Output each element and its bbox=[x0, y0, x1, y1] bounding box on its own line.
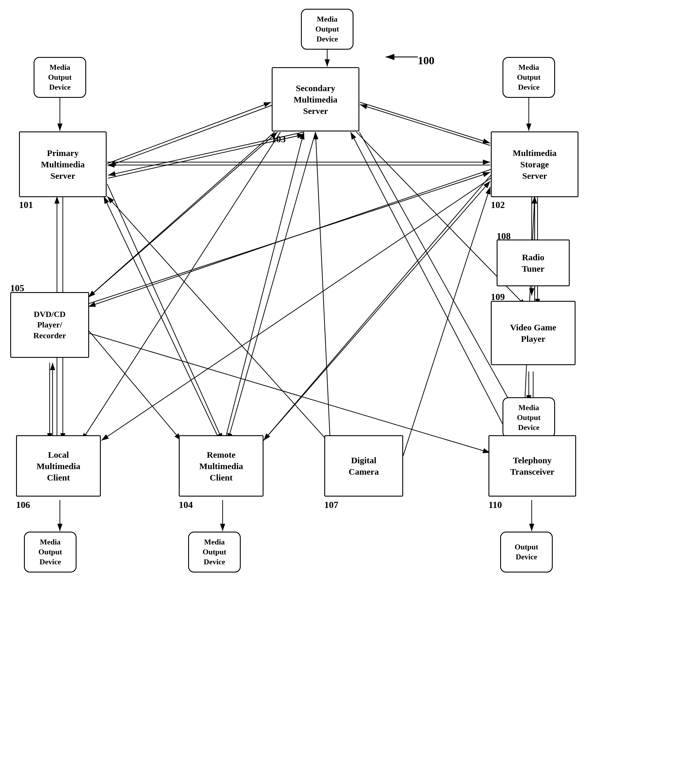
remote-multimedia-client: RemoteMultimediaClient bbox=[179, 435, 264, 497]
svg-line-39 bbox=[104, 196, 220, 440]
svg-line-31 bbox=[264, 175, 491, 440]
label-106: 106 bbox=[16, 499, 30, 510]
svg-line-5 bbox=[107, 102, 271, 163]
secondary-multimedia-server: SecondaryMultimediaServer bbox=[272, 67, 359, 132]
label-105: 105 bbox=[10, 283, 24, 293]
svg-line-26 bbox=[82, 132, 280, 440]
telephony-transceiver: TelephonyTransceiver bbox=[488, 435, 576, 497]
label-104: 104 bbox=[179, 499, 193, 510]
svg-line-45 bbox=[351, 132, 511, 440]
label-101: 101 bbox=[19, 199, 33, 210]
svg-line-10 bbox=[360, 105, 490, 145]
output-device-telephony: OutputDevice bbox=[500, 532, 553, 573]
media-output-local: MediaOutputDevice bbox=[24, 532, 76, 573]
svg-line-27 bbox=[228, 132, 315, 440]
media-output-remote: MediaOutputDevice bbox=[188, 532, 241, 573]
svg-line-25 bbox=[88, 132, 275, 297]
svg-line-32 bbox=[101, 178, 491, 440]
diagram-container: Media Output Device SecondaryMultimediaS… bbox=[0, 0, 688, 784]
svg-line-6 bbox=[109, 105, 272, 166]
digital-camera: DigitalCamera bbox=[324, 435, 403, 497]
svg-line-44 bbox=[403, 187, 490, 456]
svg-line-36 bbox=[88, 330, 181, 440]
label-110: 110 bbox=[488, 499, 502, 510]
label-103: 103 bbox=[272, 134, 286, 145]
local-multimedia-client: LocalMultimediaClient bbox=[16, 435, 101, 497]
media-output-right: MediaOutputDevice bbox=[503, 57, 555, 98]
primary-multimedia-server: PrimaryMultimediaServer bbox=[19, 132, 107, 197]
svg-line-30 bbox=[88, 170, 491, 307]
radio-tuner: RadioTuner bbox=[497, 239, 570, 286]
label-107: 107 bbox=[324, 499, 338, 510]
svg-line-40 bbox=[225, 132, 304, 440]
arrow-100 bbox=[383, 49, 421, 64]
label-108: 108 bbox=[497, 231, 511, 242]
svg-line-35 bbox=[88, 172, 490, 304]
svg-line-41 bbox=[264, 181, 490, 440]
video-game-player: Video GamePlayer bbox=[491, 301, 576, 365]
svg-line-43 bbox=[315, 132, 330, 440]
svg-line-34 bbox=[87, 132, 277, 298]
media-output-top: Media Output Device bbox=[301, 9, 353, 49]
svg-line-37 bbox=[88, 333, 490, 453]
svg-line-42 bbox=[107, 196, 327, 440]
multimedia-storage-server: MultimediaStorageServer bbox=[491, 132, 578, 197]
media-output-left: MediaOutputDevice bbox=[34, 57, 86, 98]
svg-line-23 bbox=[107, 184, 223, 440]
dvd-cd-player: DVD/CDPlayer/Recorder bbox=[10, 292, 89, 358]
svg-line-9 bbox=[360, 102, 490, 143]
media-output-vgp: MediaOutputDevice bbox=[503, 397, 555, 438]
label-102: 102 bbox=[491, 199, 505, 210]
label-109: 109 bbox=[491, 292, 505, 302]
